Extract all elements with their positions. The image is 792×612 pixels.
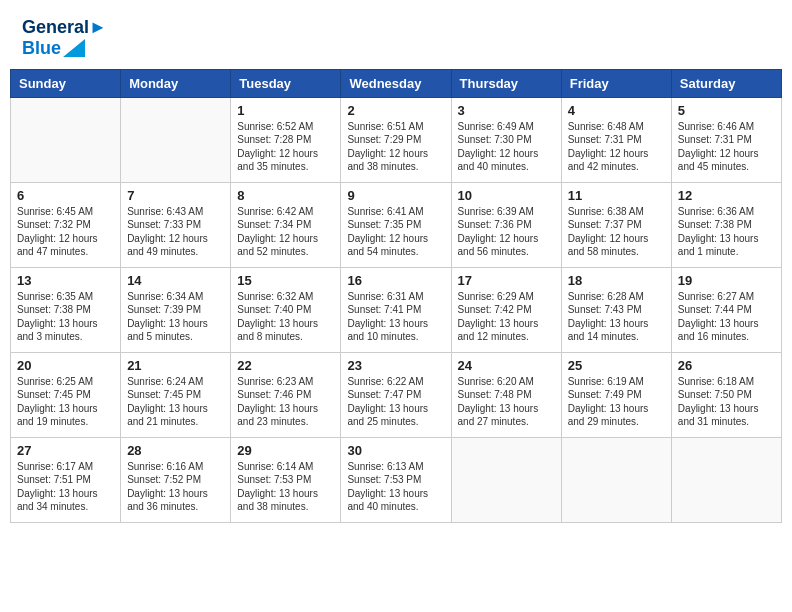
day-info: Sunrise: 6:49 AM Sunset: 7:30 PM Dayligh… bbox=[458, 120, 555, 174]
header-sunday: Sunday bbox=[11, 69, 121, 97]
logo-text2: Blue bbox=[22, 38, 61, 59]
day-number: 7 bbox=[127, 188, 224, 203]
day-info: Sunrise: 6:31 AM Sunset: 7:41 PM Dayligh… bbox=[347, 290, 444, 344]
day-info: Sunrise: 6:42 AM Sunset: 7:34 PM Dayligh… bbox=[237, 205, 334, 259]
day-info: Sunrise: 6:52 AM Sunset: 7:28 PM Dayligh… bbox=[237, 120, 334, 174]
day-number: 30 bbox=[347, 443, 444, 458]
day-number: 29 bbox=[237, 443, 334, 458]
calendar-cell: 28Sunrise: 6:16 AM Sunset: 7:52 PM Dayli… bbox=[121, 437, 231, 522]
calendar-cell: 29Sunrise: 6:14 AM Sunset: 7:53 PM Dayli… bbox=[231, 437, 341, 522]
day-number: 19 bbox=[678, 273, 775, 288]
calendar-cell: 5Sunrise: 6:46 AM Sunset: 7:31 PM Daylig… bbox=[671, 97, 781, 182]
calendar-cell: 20Sunrise: 6:25 AM Sunset: 7:45 PM Dayli… bbox=[11, 352, 121, 437]
day-number: 5 bbox=[678, 103, 775, 118]
header-saturday: Saturday bbox=[671, 69, 781, 97]
calendar-cell: 25Sunrise: 6:19 AM Sunset: 7:49 PM Dayli… bbox=[561, 352, 671, 437]
calendar-cell bbox=[11, 97, 121, 182]
day-number: 6 bbox=[17, 188, 114, 203]
day-info: Sunrise: 6:28 AM Sunset: 7:43 PM Dayligh… bbox=[568, 290, 665, 344]
day-number: 27 bbox=[17, 443, 114, 458]
calendar-header-row: SundayMondayTuesdayWednesdayThursdayFrid… bbox=[11, 69, 782, 97]
calendar-cell: 17Sunrise: 6:29 AM Sunset: 7:42 PM Dayli… bbox=[451, 267, 561, 352]
calendar-week-0: 1Sunrise: 6:52 AM Sunset: 7:28 PM Daylig… bbox=[11, 97, 782, 182]
calendar-cell: 21Sunrise: 6:24 AM Sunset: 7:45 PM Dayli… bbox=[121, 352, 231, 437]
day-number: 24 bbox=[458, 358, 555, 373]
day-number: 21 bbox=[127, 358, 224, 373]
calendar-cell bbox=[561, 437, 671, 522]
day-info: Sunrise: 6:51 AM Sunset: 7:29 PM Dayligh… bbox=[347, 120, 444, 174]
day-info: Sunrise: 6:29 AM Sunset: 7:42 PM Dayligh… bbox=[458, 290, 555, 344]
calendar-cell: 1Sunrise: 6:52 AM Sunset: 7:28 PM Daylig… bbox=[231, 97, 341, 182]
day-number: 12 bbox=[678, 188, 775, 203]
calendar-cell: 13Sunrise: 6:35 AM Sunset: 7:38 PM Dayli… bbox=[11, 267, 121, 352]
day-info: Sunrise: 6:27 AM Sunset: 7:44 PM Dayligh… bbox=[678, 290, 775, 344]
day-info: Sunrise: 6:43 AM Sunset: 7:33 PM Dayligh… bbox=[127, 205, 224, 259]
day-number: 8 bbox=[237, 188, 334, 203]
calendar-cell: 18Sunrise: 6:28 AM Sunset: 7:43 PM Dayli… bbox=[561, 267, 671, 352]
calendar-cell: 3Sunrise: 6:49 AM Sunset: 7:30 PM Daylig… bbox=[451, 97, 561, 182]
day-number: 2 bbox=[347, 103, 444, 118]
calendar-cell: 2Sunrise: 6:51 AM Sunset: 7:29 PM Daylig… bbox=[341, 97, 451, 182]
calendar-cell: 26Sunrise: 6:18 AM Sunset: 7:50 PM Dayli… bbox=[671, 352, 781, 437]
calendar-cell: 7Sunrise: 6:43 AM Sunset: 7:33 PM Daylig… bbox=[121, 182, 231, 267]
header-friday: Friday bbox=[561, 69, 671, 97]
logo: General► Blue bbox=[22, 18, 107, 59]
day-number: 28 bbox=[127, 443, 224, 458]
logo-icon bbox=[63, 39, 85, 57]
calendar-cell bbox=[671, 437, 781, 522]
calendar-cell: 24Sunrise: 6:20 AM Sunset: 7:48 PM Dayli… bbox=[451, 352, 561, 437]
calendar-cell: 15Sunrise: 6:32 AM Sunset: 7:40 PM Dayli… bbox=[231, 267, 341, 352]
calendar-cell: 22Sunrise: 6:23 AM Sunset: 7:46 PM Dayli… bbox=[231, 352, 341, 437]
header-tuesday: Tuesday bbox=[231, 69, 341, 97]
day-number: 11 bbox=[568, 188, 665, 203]
calendar-cell: 23Sunrise: 6:22 AM Sunset: 7:47 PM Dayli… bbox=[341, 352, 451, 437]
day-number: 16 bbox=[347, 273, 444, 288]
day-number: 18 bbox=[568, 273, 665, 288]
day-info: Sunrise: 6:36 AM Sunset: 7:38 PM Dayligh… bbox=[678, 205, 775, 259]
day-info: Sunrise: 6:32 AM Sunset: 7:40 PM Dayligh… bbox=[237, 290, 334, 344]
day-info: Sunrise: 6:19 AM Sunset: 7:49 PM Dayligh… bbox=[568, 375, 665, 429]
header-thursday: Thursday bbox=[451, 69, 561, 97]
day-info: Sunrise: 6:41 AM Sunset: 7:35 PM Dayligh… bbox=[347, 205, 444, 259]
page-header: General► Blue bbox=[10, 10, 782, 63]
day-number: 4 bbox=[568, 103, 665, 118]
calendar-cell: 4Sunrise: 6:48 AM Sunset: 7:31 PM Daylig… bbox=[561, 97, 671, 182]
day-info: Sunrise: 6:48 AM Sunset: 7:31 PM Dayligh… bbox=[568, 120, 665, 174]
day-number: 23 bbox=[347, 358, 444, 373]
day-info: Sunrise: 6:22 AM Sunset: 7:47 PM Dayligh… bbox=[347, 375, 444, 429]
day-number: 3 bbox=[458, 103, 555, 118]
calendar-cell: 12Sunrise: 6:36 AM Sunset: 7:38 PM Dayli… bbox=[671, 182, 781, 267]
day-info: Sunrise: 6:14 AM Sunset: 7:53 PM Dayligh… bbox=[237, 460, 334, 514]
day-info: Sunrise: 6:20 AM Sunset: 7:48 PM Dayligh… bbox=[458, 375, 555, 429]
day-number: 26 bbox=[678, 358, 775, 373]
calendar-cell bbox=[451, 437, 561, 522]
day-info: Sunrise: 6:18 AM Sunset: 7:50 PM Dayligh… bbox=[678, 375, 775, 429]
calendar-cell: 30Sunrise: 6:13 AM Sunset: 7:53 PM Dayli… bbox=[341, 437, 451, 522]
day-info: Sunrise: 6:39 AM Sunset: 7:36 PM Dayligh… bbox=[458, 205, 555, 259]
day-number: 9 bbox=[347, 188, 444, 203]
day-info: Sunrise: 6:16 AM Sunset: 7:52 PM Dayligh… bbox=[127, 460, 224, 514]
calendar-cell: 27Sunrise: 6:17 AM Sunset: 7:51 PM Dayli… bbox=[11, 437, 121, 522]
calendar-week-2: 13Sunrise: 6:35 AM Sunset: 7:38 PM Dayli… bbox=[11, 267, 782, 352]
header-wednesday: Wednesday bbox=[341, 69, 451, 97]
day-number: 25 bbox=[568, 358, 665, 373]
calendar-cell: 11Sunrise: 6:38 AM Sunset: 7:37 PM Dayli… bbox=[561, 182, 671, 267]
day-info: Sunrise: 6:38 AM Sunset: 7:37 PM Dayligh… bbox=[568, 205, 665, 259]
calendar-cell: 19Sunrise: 6:27 AM Sunset: 7:44 PM Dayli… bbox=[671, 267, 781, 352]
day-number: 13 bbox=[17, 273, 114, 288]
day-number: 17 bbox=[458, 273, 555, 288]
day-number: 14 bbox=[127, 273, 224, 288]
calendar-cell: 10Sunrise: 6:39 AM Sunset: 7:36 PM Dayli… bbox=[451, 182, 561, 267]
day-info: Sunrise: 6:45 AM Sunset: 7:32 PM Dayligh… bbox=[17, 205, 114, 259]
svg-marker-0 bbox=[63, 39, 85, 57]
day-info: Sunrise: 6:17 AM Sunset: 7:51 PM Dayligh… bbox=[17, 460, 114, 514]
calendar-cell: 16Sunrise: 6:31 AM Sunset: 7:41 PM Dayli… bbox=[341, 267, 451, 352]
calendar-cell: 9Sunrise: 6:41 AM Sunset: 7:35 PM Daylig… bbox=[341, 182, 451, 267]
day-number: 1 bbox=[237, 103, 334, 118]
logo-text: General► bbox=[22, 18, 107, 38]
day-info: Sunrise: 6:35 AM Sunset: 7:38 PM Dayligh… bbox=[17, 290, 114, 344]
day-number: 10 bbox=[458, 188, 555, 203]
calendar-week-3: 20Sunrise: 6:25 AM Sunset: 7:45 PM Dayli… bbox=[11, 352, 782, 437]
day-info: Sunrise: 6:23 AM Sunset: 7:46 PM Dayligh… bbox=[237, 375, 334, 429]
day-number: 20 bbox=[17, 358, 114, 373]
